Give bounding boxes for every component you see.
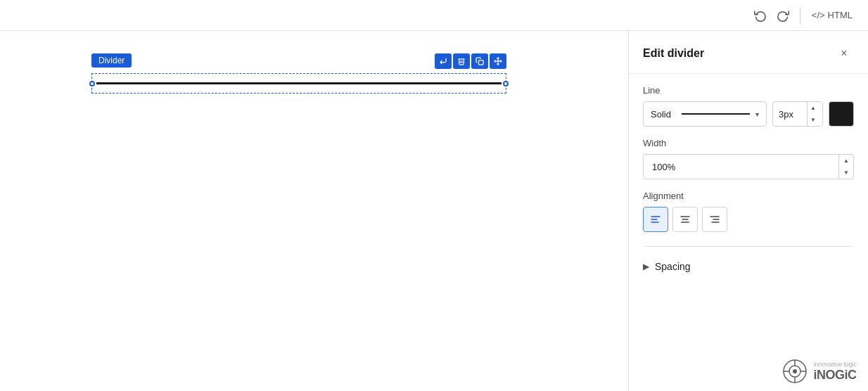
width-input[interactable] [644,155,838,179]
line-style-select[interactable]: Solid ▾ [643,101,767,127]
main-area: Divider [0,31,868,391]
code-icon: </> [812,10,825,20]
panel-close-button[interactable]: × [834,44,854,63]
undo-button[interactable] [751,6,770,25]
toolbar-divider [800,7,800,24]
width-increment-button[interactable]: ▲ [839,155,853,167]
panel-header: Edit divider × [629,31,868,74]
element-duplicate-button[interactable] [471,53,488,69]
line-row: Solid ▾ ▲ ▼ [643,101,854,127]
align-center-button[interactable] [672,207,698,232]
width-decrement-button[interactable]: ▼ [839,167,853,179]
width-input-wrap: ▲ ▼ [643,154,854,179]
alignment-section-label: Alignment [643,191,854,201]
panel-title: Edit divider [643,47,704,60]
width-spinners: ▲ ▼ [838,155,853,179]
width-section-label: Width [643,138,854,148]
handle-right[interactable] [503,81,509,86]
line-px-input[interactable] [773,102,807,126]
brand-logo-icon [782,359,808,384]
line-px-input-wrap: ▲ ▼ [772,101,823,127]
divider-selection-box [91,73,506,94]
width-row: Width ▲ ▼ [643,138,854,179]
redo-button[interactable] [773,6,793,25]
brand-company: innovative logic [813,361,857,368]
svg-rect-0 [479,60,484,65]
spacing-chevron-icon: ▶ [643,262,649,271]
spacing-section: ▶ Spacing [643,246,854,276]
px-increment-button[interactable]: ▲ [808,102,819,114]
spacing-header[interactable]: ▶ Spacing [643,257,854,276]
element-toolbar [435,53,506,69]
spacing-label: Spacing [655,261,691,272]
align-buttons [643,207,854,232]
brand-name: iNOGiC [813,368,857,383]
top-bar: </> HTML [0,0,868,31]
line-section-label: Line [643,85,854,96]
right-panel: Edit divider × Line Solid ▾ ▲ [629,31,868,391]
element-move-button[interactable] [490,53,506,69]
close-icon: × [841,47,847,60]
line-style-value: Solid [651,109,676,120]
html-button[interactable]: </> HTML [808,8,857,22]
align-right-button[interactable] [702,207,727,232]
line-color-swatch[interactable] [829,101,854,127]
divider-element[interactable]: Divider [91,73,506,94]
divider-label: Divider [91,53,132,68]
branding: innovative logic iNOGiC [629,352,868,391]
brand-name-block: innovative logic iNOGiC [813,361,857,383]
panel-body: Line Solid ▾ ▲ ▼ [629,74,868,352]
line-preview [682,113,750,115]
handle-left[interactable] [89,81,95,86]
svg-point-14 [793,369,797,373]
divider-line [96,82,502,84]
element-enter-button[interactable] [435,53,452,69]
px-decrement-button[interactable]: ▼ [808,114,819,126]
html-label: HTML [828,10,853,20]
align-left-button[interactable] [643,207,668,232]
element-delete-button[interactable] [453,53,470,69]
px-spinners: ▲ ▼ [807,102,819,126]
toolbar-icons: </> HTML [751,6,857,25]
line-style-chevron: ▾ [755,110,759,118]
alignment-row: Alignment [643,191,854,232]
canvas-area: Divider [0,31,629,391]
